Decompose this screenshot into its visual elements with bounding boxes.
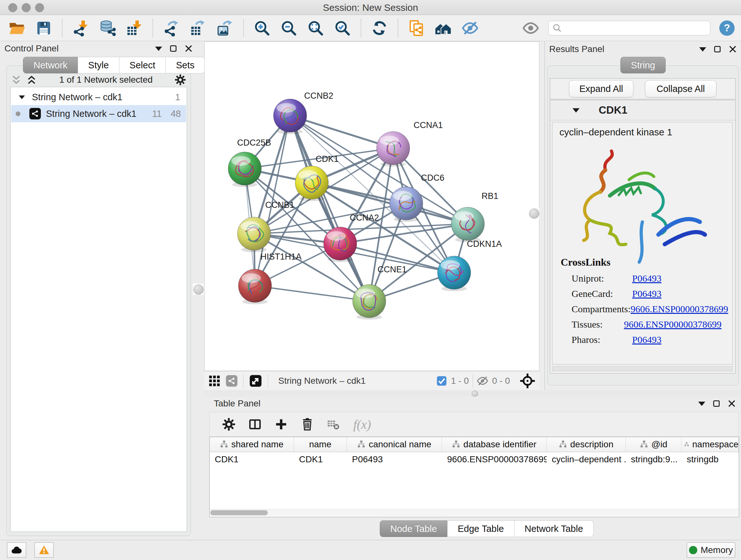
fit-selected-crosshair-icon[interactable] — [520, 374, 535, 388]
float-panel-icon[interactable] — [712, 399, 721, 408]
float-panel-icon[interactable] — [713, 45, 722, 53]
column-header[interactable]: canonical name — [347, 437, 442, 452]
column-header[interactable]: name — [294, 437, 347, 452]
homes-button[interactable] — [434, 19, 452, 37]
tab-select[interactable]: Select — [119, 57, 166, 73]
results-tabs: String — [545, 57, 741, 73]
collapse-all-button[interactable]: Collapse All — [645, 80, 717, 98]
zoom-fit-button[interactable] — [307, 19, 324, 37]
crosslink-link[interactable]: P06493 — [632, 273, 662, 284]
tab-node-table[interactable]: Node Table — [380, 520, 448, 537]
export-network-button[interactable] — [163, 19, 180, 37]
open-in-new-window-icon[interactable] — [249, 374, 262, 387]
export-table-button[interactable] — [190, 19, 207, 37]
cell-name[interactable]: CDK1 — [294, 452, 347, 467]
zoom-out-button[interactable] — [280, 19, 297, 37]
column-header[interactable]: shared name — [210, 437, 294, 452]
main-toolbar: ? — [0, 15, 741, 41]
panel-menu-icon[interactable] — [699, 47, 706, 52]
tab-network[interactable]: Network — [23, 57, 78, 73]
import-table-button[interactable] — [126, 19, 143, 37]
panel-menu-icon[interactable] — [698, 401, 705, 406]
splitter-handle-left[interactable] — [193, 284, 204, 295]
collection-collapse-icon[interactable] — [19, 95, 25, 99]
cell-id[interactable]: stringdb:9... — [626, 452, 682, 467]
crosslink-link[interactable]: 9606.ENSP00000378699 — [630, 304, 728, 314]
help-button[interactable]: ? — [719, 20, 735, 36]
table-options-gear-icon[interactable] — [222, 418, 235, 431]
import-network-from-database-button[interactable] — [99, 19, 116, 37]
refresh-button[interactable] — [371, 19, 388, 37]
memory-button[interactable]: Memory — [687, 543, 735, 558]
close-panel-icon[interactable] — [728, 399, 736, 408]
save-session-button[interactable] — [35, 19, 52, 37]
cell-description[interactable]: cyclin–dependent ... — [547, 452, 626, 467]
hide-unhide-button[interactable] — [461, 19, 479, 37]
column-namespace-icon — [357, 440, 365, 449]
network-graph[interactable]: CCNB2CCNA1CDC25BCDK1CDC6RB1CCNB1CCNA2CDK… — [205, 42, 539, 371]
column-namespace-icon — [452, 440, 460, 449]
grid-view-icon[interactable] — [209, 375, 220, 387]
zoom-in-button[interactable] — [253, 19, 271, 37]
crosslink-link[interactable]: P06493 — [632, 288, 662, 299]
float-panel-icon[interactable] — [169, 44, 178, 53]
network-options-gear-icon[interactable] — [175, 74, 186, 85]
homes-icon — [434, 19, 452, 37]
warnings-button[interactable] — [35, 543, 54, 558]
panel-menu-icon[interactable] — [155, 46, 162, 51]
tab-style[interactable]: Style — [78, 57, 119, 73]
import-table-icon — [126, 20, 143, 37]
delete-column-icon[interactable] — [301, 418, 314, 431]
cell-namespace[interactable]: stringdb — [682, 452, 739, 467]
tab-network-table[interactable]: Network Table — [515, 520, 594, 537]
splitter-handle-right[interactable] — [529, 207, 539, 219]
close-panel-icon[interactable] — [729, 45, 737, 53]
node-table: shared name name canonical name database… — [209, 437, 739, 517]
network-canvas[interactable]: CCNB2CCNA1CDC25BCDK1CDC6RB1CCNB1CCNA2CDK… — [204, 42, 539, 371]
cell-canonical-name[interactable]: P06493 — [347, 452, 442, 467]
table-row[interactable]: CDK1 CDK1 P06493 9606.ENSP00000378699 cy… — [210, 452, 739, 467]
zoom-selected-button[interactable] — [334, 19, 351, 37]
string-view-icon[interactable] — [226, 375, 238, 387]
crosslink-link[interactable]: 9606.ENSP00000378699 — [624, 319, 722, 330]
tab-edge-table[interactable]: Edge Table — [448, 520, 515, 537]
cell-shared-name[interactable]: CDK1 — [210, 452, 294, 467]
delete-table-icon[interactable] — [327, 418, 340, 431]
tab-string[interactable]: String — [620, 57, 666, 73]
column-header[interactable]: namespace — [682, 437, 739, 452]
column-header[interactable]: description — [547, 437, 626, 452]
section-collapse-icon[interactable] — [572, 108, 580, 113]
table-horizontal-scrollbar[interactable] — [210, 509, 738, 516]
hidden-eye-slash-icon[interactable] — [477, 375, 488, 387]
crosslink-link[interactable]: P06493 — [632, 334, 662, 345]
expand-all-button[interactable]: Expand All — [569, 80, 633, 98]
open-session-button[interactable] — [8, 19, 25, 37]
protein-section-header[interactable]: CDK1 — [550, 100, 735, 120]
cell-database-identifier[interactable]: 9606.ENSP00000378699 — [442, 452, 547, 467]
network-collection-row[interactable]: String Network – cdk1 1 — [11, 89, 186, 105]
results-scrollbar-track[interactable] — [552, 366, 733, 371]
column-header[interactable]: @id — [626, 437, 682, 452]
scrollbar-thumb[interactable] — [210, 510, 268, 515]
search-input[interactable] — [564, 23, 706, 33]
copy-network-button[interactable] — [408, 19, 425, 37]
collapse-all-networks-icon[interactable] — [26, 74, 37, 85]
expand-all-networks-icon[interactable] — [11, 74, 22, 85]
column-header[interactable]: database identifier — [442, 437, 547, 452]
add-column-icon[interactable] — [275, 418, 287, 431]
export-image-button[interactable] — [216, 19, 233, 37]
import-network-button[interactable] — [72, 19, 89, 37]
network-view-title: String Network – cdk1 — [278, 376, 366, 386]
splitter-horizontal[interactable] — [204, 390, 741, 396]
show-view-button[interactable] — [522, 19, 539, 37]
close-panel-icon[interactable] — [185, 44, 193, 53]
function-builder-button[interactable]: f(x) — [353, 417, 371, 432]
eye-icon — [522, 20, 539, 37]
selected-checkbox-icon[interactable] — [436, 375, 447, 386]
results-panel-title: Results Panel — [549, 44, 604, 54]
cloud-button[interactable] — [7, 543, 26, 558]
search-field[interactable] — [548, 21, 711, 36]
show-columns-icon[interactable] — [249, 418, 261, 431]
tab-sets[interactable]: Sets — [165, 57, 205, 73]
network-row-selected[interactable]: String Network – cdk1 11 48 — [11, 105, 186, 122]
